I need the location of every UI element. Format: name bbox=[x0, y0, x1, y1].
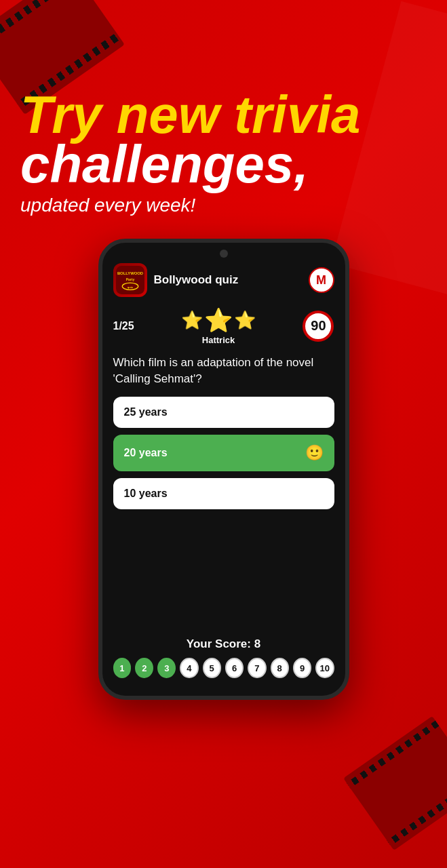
your-score-label: Your Score: 8 bbox=[113, 637, 334, 651]
phone-screen: BOLLYWOOD Party quiz Bollywood quiz M bbox=[98, 239, 349, 700]
svg-text:quiz: quiz bbox=[127, 285, 132, 289]
progress-dots: 1 2 3 4 5 6 7 8 9 10 bbox=[113, 658, 334, 678]
dot-2[interactable]: 2 bbox=[135, 658, 153, 678]
phone-mockup: BOLLYWOOD Party quiz Bollywood quiz M bbox=[98, 239, 349, 700]
question-counter: 1/25 bbox=[113, 320, 134, 332]
quiz-header: BOLLYWOOD Party quiz Bollywood quiz M bbox=[113, 263, 334, 297]
score-section: Your Score: 8 1 2 3 4 5 6 7 8 9 10 bbox=[113, 637, 334, 685]
dot-4[interactable]: 4 bbox=[180, 658, 198, 678]
stars-row: ⭐ ⭐ ⭐ bbox=[181, 307, 256, 334]
quiz-title: Bollywood quiz bbox=[154, 273, 239, 287]
headline-line2: challenges, bbox=[20, 138, 427, 191]
score-row: 1/25 ⭐ ⭐ ⭐ Hattrick 90 bbox=[113, 307, 334, 345]
dot-9[interactable]: 9 bbox=[293, 658, 311, 678]
question-text: Which film is an adaptation of the novel… bbox=[113, 355, 334, 387]
star-1-icon: ⭐ bbox=[181, 310, 203, 331]
svg-text:BOLLYWOOD: BOLLYWOOD bbox=[117, 271, 142, 275]
star-2-icon: ⭐ bbox=[204, 307, 233, 334]
dot-3[interactable]: 3 bbox=[157, 658, 176, 678]
star-3-icon: ⭐ bbox=[234, 310, 256, 331]
user-avatar[interactable]: M bbox=[309, 267, 334, 293]
answer-option-3[interactable]: 10 years bbox=[113, 478, 334, 509]
phone-camera-notch bbox=[220, 250, 228, 258]
dot-7[interactable]: 7 bbox=[248, 658, 266, 678]
dot-10[interactable]: 10 bbox=[315, 658, 334, 678]
dot-5[interactable]: 5 bbox=[203, 658, 221, 678]
answer-option-1[interactable]: 25 years bbox=[113, 397, 334, 428]
quiz-title-group: BOLLYWOOD Party quiz Bollywood quiz bbox=[113, 263, 239, 297]
hattrick-label: Hattrick bbox=[202, 335, 235, 345]
dot-1[interactable]: 1 bbox=[113, 658, 132, 678]
answer-option-2[interactable]: 20 years 🙂 bbox=[113, 435, 334, 471]
content-wrapper: Try new trivia challenges, updated every… bbox=[0, 0, 447, 868]
headline-block: Try new trivia challenges, updated every… bbox=[0, 88, 447, 215]
dot-6[interactable]: 6 bbox=[225, 658, 244, 678]
timer-circle: 90 bbox=[303, 311, 334, 342]
subheadline: updated every week! bbox=[20, 196, 427, 215]
phone-content: BOLLYWOOD Party quiz Bollywood quiz M bbox=[102, 243, 345, 696]
headline-line1: Try new trivia bbox=[20, 88, 427, 141]
stars-group: ⭐ ⭐ ⭐ Hattrick bbox=[181, 307, 256, 345]
svg-text:Party: Party bbox=[125, 277, 134, 281]
dot-8[interactable]: 8 bbox=[271, 658, 289, 678]
quiz-app-icon: BOLLYWOOD Party quiz bbox=[113, 263, 147, 297]
correct-smiley-icon: 🙂 bbox=[305, 444, 324, 462]
